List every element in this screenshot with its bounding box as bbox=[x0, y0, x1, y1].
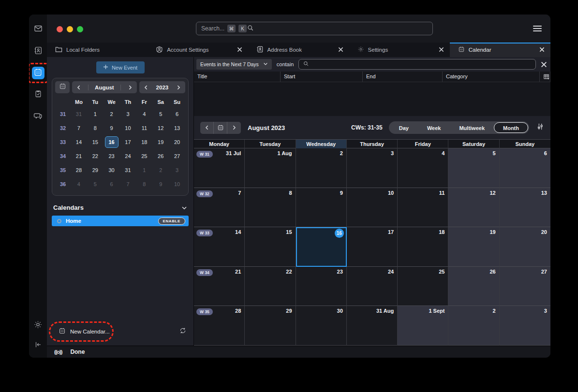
next-year-button[interactable] bbox=[176, 85, 181, 90]
mini-day-cell[interactable]: 17 bbox=[120, 135, 136, 149]
month-cell[interactable]: 10 bbox=[347, 188, 398, 228]
month-cell[interactable]: W 3131 Jul bbox=[194, 148, 245, 188]
event-filter-search-input[interactable] bbox=[298, 59, 536, 70]
mini-day-cell[interactable]: 31 bbox=[120, 163, 136, 177]
month-cell[interactable]: 22 bbox=[245, 267, 296, 306]
mini-day-cell[interactable]: 26 bbox=[152, 149, 169, 163]
mini-day-cell[interactable]: 28 bbox=[71, 163, 87, 177]
month-cell[interactable]: 2 bbox=[296, 148, 347, 188]
tab-calendar[interactable]: Calendar bbox=[450, 43, 550, 57]
mini-day-cell[interactable]: 13 bbox=[169, 121, 185, 135]
mini-day-cell[interactable]: 30 bbox=[104, 163, 120, 177]
month-cell[interactable]: 11 bbox=[398, 188, 448, 228]
column-header-end[interactable]: End bbox=[363, 72, 443, 82]
mini-day-cell[interactable]: 23 bbox=[104, 149, 120, 163]
mini-day-cell[interactable]: 2 bbox=[152, 163, 169, 177]
month-cell[interactable]: 9 bbox=[296, 188, 347, 228]
minimize-window-button[interactable] bbox=[67, 26, 73, 32]
mini-calendar-today-button[interactable] bbox=[55, 81, 70, 93]
mini-day-cell[interactable]: 20 bbox=[169, 135, 185, 149]
tab-account-settings[interactable]: Account Settings bbox=[148, 43, 248, 57]
month-cell[interactable]: 1 Sept bbox=[398, 306, 448, 346]
month-cell[interactable]: 13 bbox=[500, 188, 550, 228]
month-cell[interactable]: 3 bbox=[347, 148, 398, 188]
space-address-book-button[interactable] bbox=[32, 45, 44, 58]
goto-today-button[interactable] bbox=[214, 122, 227, 134]
view-tab-week[interactable]: Week bbox=[418, 122, 450, 133]
close-window-button[interactable] bbox=[57, 26, 63, 32]
mini-day-cell[interactable]: 7 bbox=[120, 177, 136, 191]
space-calendar-button[interactable] bbox=[32, 67, 44, 79]
mini-day-cell[interactable]: 9 bbox=[104, 121, 120, 135]
space-tasks-button[interactable] bbox=[32, 88, 44, 101]
mini-day-cell[interactable]: 19 bbox=[152, 135, 169, 149]
mini-day-cell[interactable]: 14 bbox=[71, 135, 87, 149]
collapse-spaces-button[interactable] bbox=[32, 339, 44, 352]
mini-day-cell[interactable]: 25 bbox=[136, 149, 152, 163]
month-cell[interactable]: 15 bbox=[245, 227, 296, 267]
global-search-input[interactable]: Search... ⌘ K bbox=[196, 22, 433, 35]
month-cell[interactable]: 4 bbox=[398, 148, 448, 188]
month-cell[interactable]: W 3421 bbox=[194, 267, 245, 306]
next-month-button[interactable] bbox=[128, 85, 133, 90]
new-event-button[interactable]: New Event bbox=[96, 61, 145, 73]
month-cell[interactable]: W 3528 bbox=[194, 306, 245, 346]
prev-month-button[interactable] bbox=[76, 85, 81, 90]
mini-day-cell[interactable]: 6 bbox=[104, 177, 120, 191]
mini-day-cell[interactable]: 4 bbox=[136, 107, 152, 121]
month-cell[interactable]: 1 Aug bbox=[245, 148, 296, 188]
mini-day-cell[interactable]: 18 bbox=[136, 135, 152, 149]
mini-day-cell[interactable]: 5 bbox=[152, 107, 169, 121]
month-cell[interactable]: 31 Aug bbox=[347, 306, 398, 346]
column-header-category[interactable]: Category bbox=[443, 72, 540, 82]
column-picker-button[interactable] bbox=[540, 72, 550, 82]
new-calendar-button[interactable]: New Calendar... bbox=[52, 323, 117, 340]
mini-day-cell[interactable]: 22 bbox=[87, 149, 104, 163]
chevron-down-icon[interactable] bbox=[181, 205, 187, 211]
close-tab-icon[interactable] bbox=[539, 47, 545, 53]
column-header-title[interactable]: Title bbox=[194, 72, 281, 82]
close-tab-icon[interactable] bbox=[338, 47, 343, 53]
rotate-view-button[interactable] bbox=[536, 123, 544, 132]
space-chat-button[interactable] bbox=[32, 110, 44, 123]
month-cell[interactable]: W 3314 bbox=[194, 227, 245, 267]
mini-day-cell[interactable]: 10 bbox=[120, 121, 136, 135]
mini-day-cell[interactable]: 5 bbox=[87, 177, 104, 191]
calendar-list-item-home[interactable]: Home ENABLE bbox=[52, 216, 189, 226]
month-cell[interactable]: W 327 bbox=[194, 188, 245, 228]
month-cell[interactable]: 17 bbox=[347, 227, 398, 267]
mini-day-cell[interactable]: 6 bbox=[169, 107, 185, 121]
mini-day-cell[interactable]: 4 bbox=[71, 177, 87, 191]
month-cell[interactable]: 25 bbox=[398, 267, 448, 306]
close-tab-icon[interactable] bbox=[237, 47, 242, 53]
mini-day-cell[interactable]: 2 bbox=[104, 107, 120, 121]
mini-day-cell[interactable]: 10 bbox=[169, 177, 185, 191]
month-cell[interactable]: 23 bbox=[296, 267, 347, 306]
column-header-start[interactable]: Start bbox=[281, 72, 363, 82]
tab-local-folders[interactable]: Local Folders bbox=[47, 43, 148, 57]
mini-day-cell[interactable]: 11 bbox=[136, 121, 152, 135]
mini-day-cell[interactable]: 31 bbox=[71, 107, 87, 121]
mini-day-cell[interactable]: 21 bbox=[71, 149, 87, 163]
mini-day-cell[interactable]: 1 bbox=[136, 163, 152, 177]
mini-day-cell[interactable]: 9 bbox=[152, 177, 169, 191]
app-menu-button[interactable] bbox=[533, 26, 542, 31]
tab-settings[interactable]: Settings bbox=[349, 43, 450, 57]
mini-day-cell[interactable]: 8 bbox=[136, 177, 152, 191]
mini-day-cell[interactable]: 7 bbox=[71, 121, 87, 135]
month-cell[interactable]: 29 bbox=[245, 306, 296, 346]
close-tab-icon[interactable] bbox=[439, 47, 444, 53]
month-cell[interactable]: 8 bbox=[245, 188, 296, 228]
tab-address-book[interactable]: Address Book bbox=[248, 43, 349, 57]
prev-period-button[interactable] bbox=[200, 122, 214, 134]
prev-year-button[interactable] bbox=[144, 85, 148, 90]
mini-day-cell[interactable]: 27 bbox=[169, 149, 185, 163]
month-cell[interactable]: 3 bbox=[500, 306, 550, 346]
event-list-empty[interactable] bbox=[194, 82, 550, 116]
enable-badge[interactable]: ENABLE bbox=[158, 218, 186, 225]
month-cell[interactable]: 5 bbox=[448, 148, 499, 188]
next-period-button[interactable] bbox=[227, 122, 241, 134]
month-cell[interactable]: 20 bbox=[500, 227, 550, 267]
zoom-window-button[interactable] bbox=[77, 26, 83, 32]
activity-broadcast-icon[interactable]: ((o)) bbox=[54, 349, 62, 355]
